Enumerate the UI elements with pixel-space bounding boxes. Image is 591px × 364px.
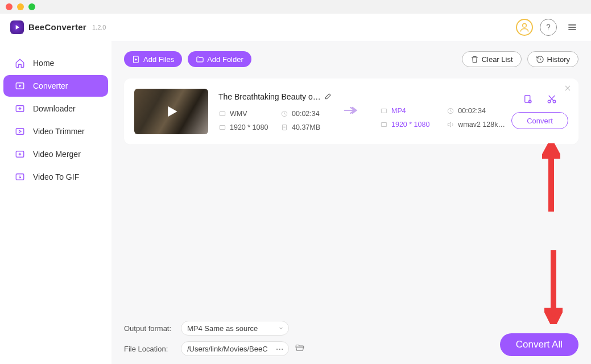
svg-point-2 <box>548 29 548 30</box>
svg-rect-28 <box>381 109 386 113</box>
app-logo-icon <box>10 20 24 34</box>
convert-arrow-icon <box>344 105 358 118</box>
help-button[interactable] <box>540 19 557 36</box>
window-close-button[interactable] <box>6 3 13 10</box>
svg-marker-10 <box>19 130 22 133</box>
main-toolbar: Add Files Add Folder Clear List History <box>124 51 578 67</box>
svg-point-1 <box>523 23 527 27</box>
annotation-arrow-up <box>542 143 560 212</box>
button-label: History <box>547 55 570 64</box>
remove-file-button[interactable] <box>564 84 572 94</box>
sidebar-item-label: Video Merger <box>33 150 81 159</box>
sidebar-item-gif[interactable]: G Video To GIF <box>3 166 108 188</box>
play-icon <box>163 104 179 119</box>
source-info: The Breathtaking Beauty of N… WMV 00:02:… <box>218 92 332 131</box>
main-content: Add Files Add Folder Clear List History <box>111 41 591 364</box>
select-value: MP4 Same as source <box>187 324 258 333</box>
home-icon <box>14 57 26 69</box>
svg-rect-9 <box>16 129 24 135</box>
button-label: Convert All <box>516 339 563 350</box>
add-folder-button[interactable]: Add Folder <box>188 51 251 67</box>
window-titlebar <box>0 0 591 14</box>
file-card: The Breathtaking Beauty of N… WMV 00:02:… <box>124 78 578 144</box>
source-duration: 00:02:34 <box>280 110 332 118</box>
svg-text:G: G <box>19 175 21 179</box>
chevron-down-icon <box>278 324 284 333</box>
location-value: /Users/link/Movies/BeeC <box>187 345 268 353</box>
history-button[interactable]: History <box>527 51 578 67</box>
merger-icon <box>14 148 26 160</box>
window-maximize-button[interactable] <box>28 3 35 10</box>
clear-list-button[interactable]: Clear List <box>462 51 522 67</box>
app-name: BeeConverter <box>28 22 86 32</box>
button-label: Add Folder <box>207 55 243 64</box>
video-thumbnail[interactable] <box>134 89 208 134</box>
svg-rect-24 <box>220 125 225 129</box>
svg-marker-7 <box>19 85 22 88</box>
trimmer-icon <box>14 125 26 138</box>
file-location-field[interactable]: /Users/link/Movies/BeeC ··· <box>181 341 289 356</box>
output-format-select[interactable]: MP4 Same as source <box>181 321 289 336</box>
gif-icon: G <box>14 171 26 183</box>
file-name: The Breathtaking Beauty of N… <box>218 92 321 101</box>
sidebar-item-home[interactable]: Home <box>3 52 108 74</box>
sidebar-item-merger[interactable]: Video Merger <box>3 143 108 165</box>
target-info: MP4 00:02:34 1920 * 1080 wmav2 128k… <box>380 94 505 129</box>
sidebar-item-converter[interactable]: Converter <box>3 75 108 97</box>
source-format: WMV <box>218 110 270 118</box>
window-minimize-button[interactable] <box>17 3 24 10</box>
source-resolution: 1920 * 1080 <box>218 123 270 131</box>
sidebar-item-label: Converter <box>33 81 68 90</box>
account-button[interactable] <box>516 19 533 36</box>
target-audio: wmav2 128k… <box>447 121 505 129</box>
trim-button[interactable] <box>547 94 557 106</box>
converter-icon <box>14 80 26 92</box>
downloader-icon <box>14 102 26 115</box>
output-format-label: Output format: <box>124 324 181 333</box>
rename-button[interactable] <box>324 92 332 102</box>
svg-marker-0 <box>16 24 19 29</box>
sidebar-item-label: Video Trimmer <box>33 127 85 136</box>
svg-rect-22 <box>220 111 225 115</box>
sidebar-item-downloader[interactable]: Downloader <box>3 98 108 119</box>
file-location-label: File Location: <box>124 345 181 353</box>
more-icon: ··· <box>276 345 284 353</box>
target-duration: 00:02:34 <box>447 107 505 115</box>
sidebar-item-label: Home <box>33 59 54 68</box>
target-resolution[interactable]: 1920 * 1080 <box>380 121 436 129</box>
open-folder-button[interactable] <box>295 342 305 355</box>
edit-output-button[interactable] <box>523 94 533 106</box>
app-header: BeeConverter 1.2.0 <box>0 14 591 41</box>
button-label: Add Files <box>143 55 174 64</box>
svg-marker-21 <box>168 106 177 117</box>
svg-rect-30 <box>381 123 386 127</box>
convert-all-button[interactable]: Convert All <box>500 333 578 356</box>
svg-rect-31 <box>525 96 530 102</box>
app-version: 1.2.0 <box>92 24 106 31</box>
button-label: Convert <box>527 117 553 125</box>
sidebar: Home Converter Downloader Video Trimmer … <box>0 41 111 364</box>
button-label: Clear List <box>482 55 513 64</box>
hamburger-menu-button[interactable] <box>564 19 581 36</box>
sidebar-item-label: Downloader <box>33 104 76 113</box>
sidebar-item-label: Video To GIF <box>33 172 79 181</box>
target-format[interactable]: MP4 <box>380 107 436 115</box>
annotation-arrow-down <box>544 250 563 324</box>
add-files-button[interactable]: Add Files <box>124 51 182 67</box>
source-size: 40.37MB <box>280 123 332 131</box>
sidebar-item-trimmer[interactable]: Video Trimmer <box>3 121 108 142</box>
convert-button[interactable]: Convert <box>511 112 568 129</box>
